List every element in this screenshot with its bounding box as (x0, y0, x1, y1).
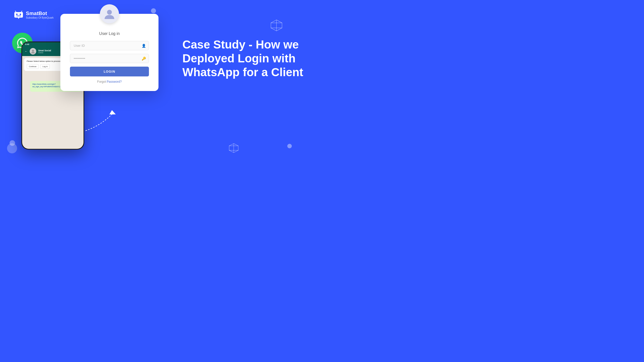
svg-point-15 (32, 50, 34, 52)
forgot-password-area: Forgot Password? (97, 80, 122, 83)
bg-circle-top (151, 8, 156, 13)
phone-time: 9:45 (25, 43, 29, 46)
userid-input-wrap: 👤 (70, 41, 149, 50)
case-study-section: Case Study - How we Deployed Login with … (182, 38, 308, 79)
cube-bottom-icon (228, 143, 239, 153)
case-study-heading: Case Study - How we Deployed Login with … (182, 38, 308, 79)
brand-subtitle: Subsidiary Of ByteQuark (26, 16, 54, 19)
login-title: User Log in (99, 31, 120, 36)
cube-top-right-icon (270, 19, 283, 32)
bg-circle-large (7, 143, 17, 153)
user-icon: 👤 (142, 44, 146, 48)
login-card: User Log in 👤 🔑 LOGIN Forgot Password? (60, 14, 158, 91)
forgot-text: Forgot (97, 80, 107, 83)
contact-avatar (30, 48, 36, 55)
login-avatar (100, 4, 119, 23)
svg-rect-11 (16, 16, 21, 16)
svg-rect-8 (14, 12, 23, 18)
forgot-password-link[interactable]: Password? (107, 80, 122, 83)
logo-icon (14, 11, 23, 19)
login-submit-button[interactable]: LOGIN (70, 67, 149, 76)
svg-point-10 (20, 14, 21, 15)
back-icon: ← (25, 50, 28, 53)
svg-point-17 (107, 10, 112, 15)
svg-marker-16 (109, 110, 116, 114)
continue-button[interactable]: Continue (27, 64, 39, 69)
svg-point-9 (16, 14, 18, 15)
logo-text: SmatBot Subsidiary Of ByteQuark (26, 11, 54, 19)
password-input-wrap: 🔑 (70, 54, 149, 63)
logo-area: SmatBot Subsidiary Of ByteQuark (14, 11, 54, 19)
brand-name: SmatBot (26, 11, 54, 16)
login-button[interactable]: Log in (40, 64, 50, 69)
arrow-connector (80, 106, 121, 137)
bg-circle-right (287, 144, 292, 148)
password-input[interactable] (70, 54, 149, 63)
svg-rect-12 (18, 18, 19, 19)
userid-input[interactable] (70, 41, 149, 50)
key-icon: 🔑 (142, 57, 146, 61)
